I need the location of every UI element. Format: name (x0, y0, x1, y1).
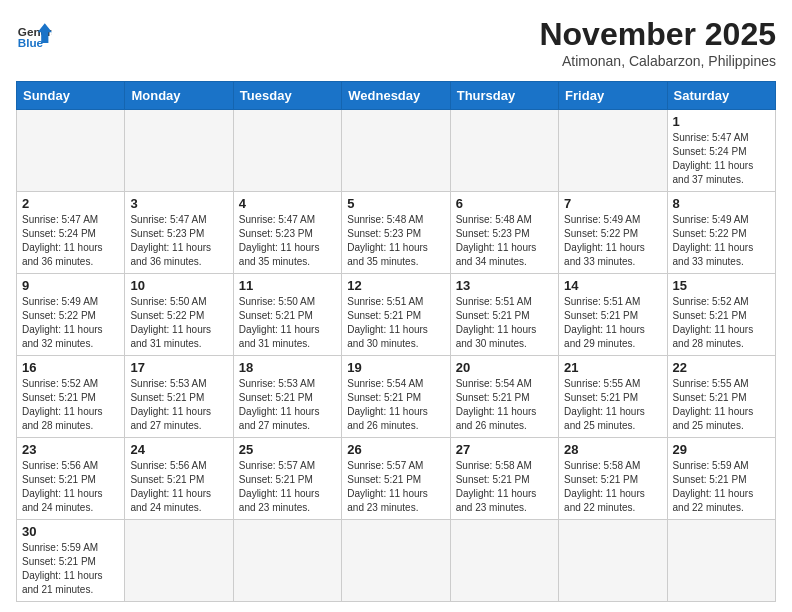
calendar-cell: 30Sunrise: 5:59 AM Sunset: 5:21 PM Dayli… (17, 520, 125, 602)
calendar-cell (17, 110, 125, 192)
calendar-table: SundayMondayTuesdayWednesdayThursdayFrid… (16, 81, 776, 602)
weekday-header-friday: Friday (559, 82, 667, 110)
logo: General Blue (16, 16, 52, 52)
day-info: Sunrise: 5:48 AM Sunset: 5:23 PM Dayligh… (347, 213, 444, 269)
calendar-cell (233, 520, 341, 602)
calendar-cell (559, 110, 667, 192)
day-info: Sunrise: 5:47 AM Sunset: 5:23 PM Dayligh… (239, 213, 336, 269)
weekday-header-saturday: Saturday (667, 82, 775, 110)
calendar-cell: 17Sunrise: 5:53 AM Sunset: 5:21 PM Dayli… (125, 356, 233, 438)
day-info: Sunrise: 5:51 AM Sunset: 5:21 PM Dayligh… (456, 295, 553, 351)
day-number: 28 (564, 442, 661, 457)
day-number: 8 (673, 196, 770, 211)
day-info: Sunrise: 5:54 AM Sunset: 5:21 PM Dayligh… (456, 377, 553, 433)
month-title: November 2025 (539, 16, 776, 53)
calendar-cell: 21Sunrise: 5:55 AM Sunset: 5:21 PM Dayli… (559, 356, 667, 438)
calendar-cell (450, 520, 558, 602)
day-info: Sunrise: 5:56 AM Sunset: 5:21 PM Dayligh… (130, 459, 227, 515)
day-number: 3 (130, 196, 227, 211)
calendar-cell: 10Sunrise: 5:50 AM Sunset: 5:22 PM Dayli… (125, 274, 233, 356)
calendar-cell: 9Sunrise: 5:49 AM Sunset: 5:22 PM Daylig… (17, 274, 125, 356)
day-number: 30 (22, 524, 119, 539)
calendar-cell: 11Sunrise: 5:50 AM Sunset: 5:21 PM Dayli… (233, 274, 341, 356)
calendar-cell (233, 110, 341, 192)
day-info: Sunrise: 5:55 AM Sunset: 5:21 PM Dayligh… (564, 377, 661, 433)
day-info: Sunrise: 5:49 AM Sunset: 5:22 PM Dayligh… (22, 295, 119, 351)
calendar-cell (342, 520, 450, 602)
day-number: 24 (130, 442, 227, 457)
day-number: 19 (347, 360, 444, 375)
calendar-cell (559, 520, 667, 602)
day-info: Sunrise: 5:57 AM Sunset: 5:21 PM Dayligh… (239, 459, 336, 515)
day-info: Sunrise: 5:53 AM Sunset: 5:21 PM Dayligh… (239, 377, 336, 433)
calendar-cell: 7Sunrise: 5:49 AM Sunset: 5:22 PM Daylig… (559, 192, 667, 274)
day-info: Sunrise: 5:48 AM Sunset: 5:23 PM Dayligh… (456, 213, 553, 269)
day-info: Sunrise: 5:59 AM Sunset: 5:21 PM Dayligh… (22, 541, 119, 597)
calendar-cell: 4Sunrise: 5:47 AM Sunset: 5:23 PM Daylig… (233, 192, 341, 274)
day-info: Sunrise: 5:50 AM Sunset: 5:21 PM Dayligh… (239, 295, 336, 351)
weekday-header-thursday: Thursday (450, 82, 558, 110)
day-number: 5 (347, 196, 444, 211)
day-number: 17 (130, 360, 227, 375)
calendar-cell: 6Sunrise: 5:48 AM Sunset: 5:23 PM Daylig… (450, 192, 558, 274)
day-info: Sunrise: 5:47 AM Sunset: 5:23 PM Dayligh… (130, 213, 227, 269)
day-info: Sunrise: 5:47 AM Sunset: 5:24 PM Dayligh… (22, 213, 119, 269)
weekday-header-row: SundayMondayTuesdayWednesdayThursdayFrid… (17, 82, 776, 110)
calendar-cell (125, 110, 233, 192)
calendar-cell: 26Sunrise: 5:57 AM Sunset: 5:21 PM Dayli… (342, 438, 450, 520)
calendar-week-2: 2Sunrise: 5:47 AM Sunset: 5:24 PM Daylig… (17, 192, 776, 274)
calendar-week-3: 9Sunrise: 5:49 AM Sunset: 5:22 PM Daylig… (17, 274, 776, 356)
calendar-cell: 3Sunrise: 5:47 AM Sunset: 5:23 PM Daylig… (125, 192, 233, 274)
calendar-week-5: 23Sunrise: 5:56 AM Sunset: 5:21 PM Dayli… (17, 438, 776, 520)
day-number: 26 (347, 442, 444, 457)
day-info: Sunrise: 5:56 AM Sunset: 5:21 PM Dayligh… (22, 459, 119, 515)
calendar-cell: 5Sunrise: 5:48 AM Sunset: 5:23 PM Daylig… (342, 192, 450, 274)
day-number: 23 (22, 442, 119, 457)
day-info: Sunrise: 5:58 AM Sunset: 5:21 PM Dayligh… (456, 459, 553, 515)
calendar-cell: 14Sunrise: 5:51 AM Sunset: 5:21 PM Dayli… (559, 274, 667, 356)
logo-icon: General Blue (16, 16, 52, 52)
page-header: General Blue November 2025 Atimonan, Cal… (16, 16, 776, 69)
day-number: 13 (456, 278, 553, 293)
calendar-cell: 20Sunrise: 5:54 AM Sunset: 5:21 PM Dayli… (450, 356, 558, 438)
calendar-cell (667, 520, 775, 602)
day-number: 20 (456, 360, 553, 375)
day-number: 27 (456, 442, 553, 457)
calendar-cell: 18Sunrise: 5:53 AM Sunset: 5:21 PM Dayli… (233, 356, 341, 438)
weekday-header-tuesday: Tuesday (233, 82, 341, 110)
calendar-cell: 15Sunrise: 5:52 AM Sunset: 5:21 PM Dayli… (667, 274, 775, 356)
calendar-cell: 24Sunrise: 5:56 AM Sunset: 5:21 PM Dayli… (125, 438, 233, 520)
calendar-week-4: 16Sunrise: 5:52 AM Sunset: 5:21 PM Dayli… (17, 356, 776, 438)
day-number: 25 (239, 442, 336, 457)
day-number: 11 (239, 278, 336, 293)
day-info: Sunrise: 5:51 AM Sunset: 5:21 PM Dayligh… (564, 295, 661, 351)
calendar-cell: 8Sunrise: 5:49 AM Sunset: 5:22 PM Daylig… (667, 192, 775, 274)
calendar-cell: 22Sunrise: 5:55 AM Sunset: 5:21 PM Dayli… (667, 356, 775, 438)
svg-text:Blue: Blue (18, 36, 44, 49)
day-info: Sunrise: 5:47 AM Sunset: 5:24 PM Dayligh… (673, 131, 770, 187)
calendar-cell: 28Sunrise: 5:58 AM Sunset: 5:21 PM Dayli… (559, 438, 667, 520)
day-info: Sunrise: 5:57 AM Sunset: 5:21 PM Dayligh… (347, 459, 444, 515)
calendar-cell: 27Sunrise: 5:58 AM Sunset: 5:21 PM Dayli… (450, 438, 558, 520)
day-number: 18 (239, 360, 336, 375)
day-number: 9 (22, 278, 119, 293)
calendar-cell (342, 110, 450, 192)
day-info: Sunrise: 5:54 AM Sunset: 5:21 PM Dayligh… (347, 377, 444, 433)
day-info: Sunrise: 5:55 AM Sunset: 5:21 PM Dayligh… (673, 377, 770, 433)
day-number: 2 (22, 196, 119, 211)
day-info: Sunrise: 5:50 AM Sunset: 5:22 PM Dayligh… (130, 295, 227, 351)
calendar-cell: 2Sunrise: 5:47 AM Sunset: 5:24 PM Daylig… (17, 192, 125, 274)
calendar-cell: 25Sunrise: 5:57 AM Sunset: 5:21 PM Dayli… (233, 438, 341, 520)
calendar-cell: 13Sunrise: 5:51 AM Sunset: 5:21 PM Dayli… (450, 274, 558, 356)
day-number: 15 (673, 278, 770, 293)
day-number: 14 (564, 278, 661, 293)
day-info: Sunrise: 5:51 AM Sunset: 5:21 PM Dayligh… (347, 295, 444, 351)
day-info: Sunrise: 5:59 AM Sunset: 5:21 PM Dayligh… (673, 459, 770, 515)
day-number: 7 (564, 196, 661, 211)
day-info: Sunrise: 5:49 AM Sunset: 5:22 PM Dayligh… (564, 213, 661, 269)
day-number: 10 (130, 278, 227, 293)
calendar-cell: 12Sunrise: 5:51 AM Sunset: 5:21 PM Dayli… (342, 274, 450, 356)
calendar-week-6: 30Sunrise: 5:59 AM Sunset: 5:21 PM Dayli… (17, 520, 776, 602)
day-number: 12 (347, 278, 444, 293)
title-area: November 2025 Atimonan, Calabarzon, Phil… (539, 16, 776, 69)
